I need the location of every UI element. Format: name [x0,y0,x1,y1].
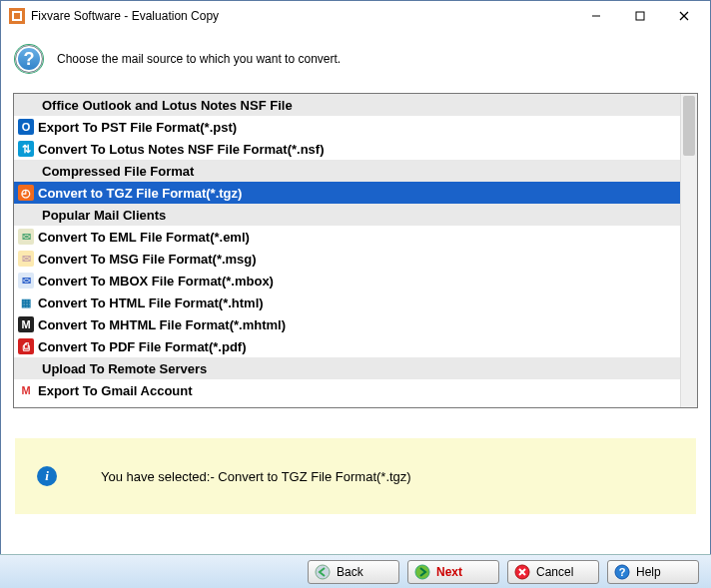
back-button[interactable]: Back [308,560,399,584]
scrollbar-thumb[interactable] [683,96,695,156]
notes-icon: ⇅ [18,141,34,157]
gmail-icon: M [18,382,34,398]
tgz-icon: ◴ [18,185,34,201]
svg-text:▦: ▦ [21,296,31,308]
scrollbar[interactable] [680,94,697,407]
svg-text:◴: ◴ [21,187,31,199]
list-item[interactable]: ⎙Convert To PDF File Format(*.pdf) [14,335,697,357]
mhtml-icon: M [18,316,34,332]
selection-banner: i You have selected:- Convert to TGZ Fil… [15,438,696,514]
footer-bar: Back Next Cancel ? Help [0,554,711,588]
html-icon: ▦ [18,294,34,310]
help-button-icon: ? [614,564,630,580]
outlook-icon: O [18,119,34,135]
pdf-icon: ⎙ [18,338,34,354]
close-button[interactable] [662,2,706,30]
list-item-label: Convert To MHTML File Format(*.mhtml) [38,317,286,332]
list-item-label: Popular Mail Clients [42,208,166,223]
next-arrow-icon [414,564,430,580]
list-item[interactable]: ▦Convert To HTML File Format(*.html) [14,292,697,313]
eml-icon: ✉ [18,229,34,245]
next-label: Next [436,565,462,579]
list-item-label: Convert To HTML File Format(*.html) [38,295,264,310]
svg-rect-2 [14,13,20,19]
svg-text:✉: ✉ [22,275,31,287]
svg-text:?: ? [619,566,626,578]
msg-icon: ✉ [18,251,34,267]
instruction-text: Choose the mail source to which you want… [57,52,341,66]
list-item[interactable]: ⇅Convert To Lotus Notes NSF File Format(… [14,138,697,160]
list-item[interactable]: MConvert To MHTML File Format(*.mhtml) [14,313,697,335]
help-icon: ? [15,45,43,73]
list-group-header: Compressed File Format [14,160,697,182]
selection-message: You have selected:- Convert to TGZ File … [101,469,411,484]
list-item-label: Export To Gmail Account [38,383,193,398]
list-item[interactable]: ✉Convert To MSG File Format(*.msg) [14,248,697,270]
svg-text:⇅: ⇅ [22,143,31,155]
app-icon [9,8,25,24]
svg-point-28 [415,565,429,579]
window-title: Fixvare Software - Evaluation Copy [31,9,574,23]
list-item[interactable]: ✉Convert To MBOX File Format(*.mbox) [14,270,697,292]
list-item-label: Export To PST File Format(*.pst) [38,120,237,135]
svg-text:✉: ✉ [22,253,31,265]
list-item-label: Office Outlook and Lotus Notes NSF File [42,98,293,113]
next-button[interactable]: Next [407,560,499,584]
list-item[interactable]: ✉Convert To EML File Format(*.eml) [14,226,697,248]
cancel-label: Cancel [536,565,573,579]
list-item-label: Compressed File Format [42,164,194,179]
list-item-label: Convert To MSG File Format(*.msg) [38,252,257,267]
format-list[interactable]: Office Outlook and Lotus Notes NSF FileO… [14,94,697,407]
list-item-label: Convert To PDF File Format(*.pdf) [38,339,246,354]
mbox-icon: ✉ [18,273,34,289]
format-listbox: Office Outlook and Lotus Notes NSF FileO… [13,93,698,408]
list-item-label: Convert To Lotus Notes NSF File Format(*… [38,142,325,157]
list-item-label: Upload To Remote Servers [42,361,207,376]
maximize-button[interactable] [618,2,662,30]
list-group-header: Popular Mail Clients [14,204,697,226]
list-item-label: Convert To EML File Format(*.eml) [38,230,250,245]
info-icon: i [37,466,57,486]
svg-text:M: M [21,384,30,396]
list-group-header: Upload To Remote Servers [14,357,697,379]
list-item[interactable]: MExport To Gmail Account [14,379,697,401]
list-item-label: Convert to TGZ File Format(*.tgz) [38,186,242,201]
svg-point-27 [316,565,330,579]
help-button[interactable]: ? Help [607,560,699,584]
list-item[interactable]: OExport To PST File Format(*.pst) [14,116,697,138]
svg-text:M: M [21,318,30,330]
svg-text:O: O [22,121,31,133]
minimize-button[interactable] [574,2,618,30]
instruction-header: ? Choose the mail source to which you wa… [1,31,710,93]
svg-rect-4 [636,12,644,20]
cancel-icon [514,564,530,580]
back-arrow-icon [315,564,331,580]
help-label: Help [636,565,661,579]
svg-text:⎙: ⎙ [22,340,30,352]
list-item-label: Convert To MBOX File Format(*.mbox) [38,274,274,289]
titlebar: Fixvare Software - Evaluation Copy [1,1,710,31]
list-item[interactable]: ◴Convert to TGZ File Format(*.tgz) [14,182,697,204]
back-label: Back [337,565,363,579]
list-group-header: Office Outlook and Lotus Notes NSF File [14,94,697,116]
cancel-button[interactable]: Cancel [507,560,599,584]
svg-text:✉: ✉ [22,231,31,243]
